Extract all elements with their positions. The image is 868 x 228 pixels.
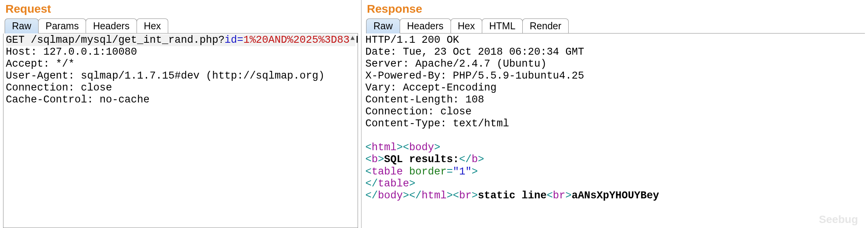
lt-slash: </ bbox=[365, 178, 378, 189]
gt: > bbox=[566, 190, 572, 201]
response-tabs: Raw Headers Hex HTML Render bbox=[366, 18, 865, 34]
tag-body: body bbox=[378, 190, 403, 201]
tag-br: br bbox=[553, 190, 565, 201]
eq: = bbox=[447, 166, 453, 178]
tag-html: html bbox=[422, 190, 447, 201]
tab-request-hex[interactable]: Hex bbox=[137, 18, 168, 33]
gt: > bbox=[434, 142, 440, 153]
tab-response-html[interactable]: HTML bbox=[482, 18, 523, 33]
gt: > bbox=[471, 166, 478, 178]
tag-table: table bbox=[372, 166, 403, 178]
resp-header-line: Vary: Accept-Encoding bbox=[365, 82, 496, 94]
req-param-val: 1%20AND%2025%3D83 bbox=[243, 34, 350, 46]
response-content-wrap: HTTP/1.1 200 OK Date: Tue, 23 Oct 2018 0… bbox=[365, 34, 865, 228]
body-text: aANsXpYHOUYBey bbox=[572, 190, 659, 201]
req-eq: = bbox=[237, 34, 243, 46]
gt-lt: >< bbox=[447, 190, 459, 201]
tab-response-render[interactable]: Render bbox=[522, 18, 569, 33]
resp-status-line: HTTP/1.1 200 OK bbox=[365, 34, 459, 46]
tag-br: br bbox=[459, 190, 471, 201]
tag-html: html bbox=[372, 142, 397, 153]
request-raw-text[interactable]: GET /sqlmap/mysql/get_int_rand.php?id=1%… bbox=[3, 34, 358, 228]
gt-lt: >< bbox=[397, 142, 409, 153]
watermark: Seebug bbox=[819, 213, 858, 226]
response-panel: Response Raw Headers Hex HTML Render HTT… bbox=[361, 0, 868, 228]
lt-slash: </ bbox=[459, 154, 471, 165]
lt: < bbox=[365, 142, 372, 153]
tag-body: body bbox=[409, 142, 434, 153]
tag-b: b bbox=[372, 154, 378, 165]
request-panel: Request Raw Params Headers Hex GET /sqlm… bbox=[0, 0, 361, 228]
request-tabs: Raw Params Headers Hex bbox=[5, 18, 358, 34]
tag-b: b bbox=[471, 154, 478, 165]
resp-header-line: Connection: close bbox=[365, 106, 471, 117]
request-content-wrap: GET /sqlmap/mysql/get_int_rand.php?id=1%… bbox=[3, 34, 358, 228]
tab-request-headers[interactable]: Headers bbox=[86, 18, 137, 33]
req-param-name: id bbox=[225, 34, 237, 46]
tab-request-params[interactable]: Params bbox=[38, 18, 86, 33]
response-title: Response bbox=[367, 2, 865, 15]
req-method: GET bbox=[6, 34, 25, 46]
resp-header-line: Date: Tue, 23 Oct 2018 06:20:34 GMT bbox=[365, 46, 584, 58]
tab-response-hex[interactable]: Hex bbox=[451, 18, 482, 33]
lt-slash: </ bbox=[365, 190, 378, 201]
scroll-up-icon[interactable]: ▲ bbox=[348, 34, 357, 43]
attr-border: border bbox=[409, 166, 446, 178]
gt: > bbox=[378, 154, 384, 165]
lt: < bbox=[365, 166, 372, 178]
gt: > bbox=[471, 190, 478, 201]
gt: > bbox=[478, 154, 484, 165]
lt: < bbox=[547, 190, 553, 201]
gt: > bbox=[409, 178, 415, 189]
req-header-line: Cache-Control: no-cache bbox=[6, 94, 150, 106]
request-title: Request bbox=[5, 2, 358, 15]
lt: < bbox=[365, 154, 372, 165]
resp-header-line: X-Powered-By: PHP/5.5.9-1ubuntu4.25 bbox=[365, 70, 584, 82]
tab-request-raw[interactable]: Raw bbox=[5, 18, 39, 34]
tag-table: table bbox=[378, 178, 409, 189]
req-header-line: Host: 127.0.0.1:10080 bbox=[6, 46, 137, 58]
req-path: /sqlmap/mysql/get_int_rand.php? bbox=[25, 34, 225, 46]
tab-response-headers[interactable]: Headers bbox=[400, 18, 451, 33]
tab-response-raw[interactable]: Raw bbox=[366, 18, 400, 34]
req-header-line: User-Agent: sqlmap/1.1.7.15#dev (http://… bbox=[6, 70, 324, 82]
split-container: Request Raw Params Headers Hex GET /sqlm… bbox=[0, 0, 868, 228]
req-header-line: Accept: */* bbox=[6, 58, 74, 70]
sp bbox=[403, 166, 409, 178]
body-text: SQL results: bbox=[384, 154, 459, 165]
attr-val: "1" bbox=[453, 166, 472, 178]
gt-lt-slash: ></ bbox=[403, 190, 422, 201]
response-raw-text[interactable]: HTTP/1.1 200 OK Date: Tue, 23 Oct 2018 0… bbox=[365, 34, 865, 228]
req-header-line: Connection: close bbox=[6, 82, 112, 94]
resp-header-line: Content-Type: text/html bbox=[365, 118, 509, 129]
resp-header-line: Content-Length: 108 bbox=[365, 94, 484, 106]
resp-header-line: Server: Apache/2.4.7 (Ubuntu) bbox=[365, 58, 547, 70]
body-text: static line bbox=[478, 190, 547, 201]
